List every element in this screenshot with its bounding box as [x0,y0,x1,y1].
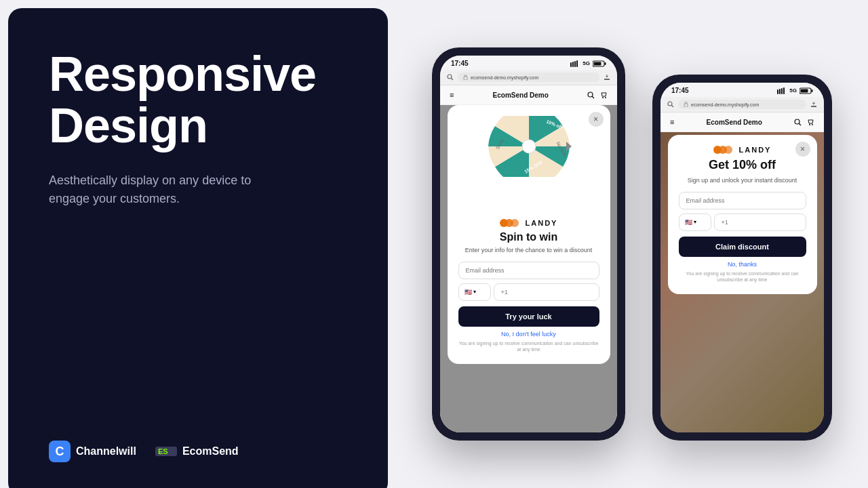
svg-text:ES: ES [158,447,168,455]
svg-line-14 [592,96,594,98]
svg-point-9 [448,75,452,79]
channelwill-name: Channelwill [76,445,136,458]
phone2-secondary-link[interactable]: No, thanks [679,261,806,268]
phone1-content: × [440,105,617,432]
phone1-modal-overlay: × [440,105,617,432]
svg-rect-7 [594,62,601,65]
phone2-nav: ≡ EcomSend Demo [660,113,824,132]
svg-point-16 [605,97,606,98]
svg-point-21 [522,140,536,153]
phone1-secondary-link[interactable]: No, I don't feel lucky [458,331,599,338]
channelwill-logo: C [49,441,71,462]
phone2-signal: 5G [789,87,797,94]
left-panel: Responsive Design Aesthetically display … [8,8,388,488]
phone1-signal: 5G [583,60,590,66]
svg-rect-12 [604,79,610,80]
phone2-email-input[interactable] [679,192,806,209]
svg-rect-3 [572,62,574,67]
phone2-url-bar: ecomsend-demo.myshopify.com [678,100,806,109]
phone2-url: ecomsend-demo.myshopify.com [691,102,759,107]
phone1-screen: 17:45 5G ecomsend-demo.myshopify.com [440,56,617,432]
spin-wheel-container: 10% off No luck 15% OFF Sorry [485,116,573,177]
ecomsend-name: EcomSend [182,445,239,458]
phone2-brand-name: LANDY [739,146,772,154]
svg-rect-4 [574,61,576,67]
headline-line1: Responsive [49,47,316,101]
ecomsend-logo: ES [155,444,177,459]
svg-rect-23 [777,89,778,94]
svg-line-10 [452,79,454,81]
svg-point-37 [812,124,813,125]
svg-rect-11 [464,77,467,80]
phone2-screen: 17:45 5G ecomsend-demo.myshopify.com [660,83,824,432]
svg-rect-32 [684,104,688,107]
subtitle: Aesthetically display on any device to e… [49,171,252,208]
right-panel: 17:45 5G ecomsend-demo.myshopify.com [396,0,868,488]
phone1-browser-bar: ecomsend-demo.myshopify.com [440,70,617,85]
svg-rect-24 [779,89,781,94]
phone2-legal-text: You are signing up to receive communicat… [679,270,806,284]
svg-rect-28 [801,89,808,92]
phone1-close-button[interactable]: × [589,112,604,127]
brands-row: C Channelwill ES EcomSend [49,441,347,462]
phone1-status-icons: 5G [570,60,606,67]
phone2-modal-offer: Get 10% off [679,158,806,172]
phone2-time: 17:45 [671,87,689,94]
svg-rect-33 [811,106,816,107]
phone2-status-bar: 17:45 5G [660,83,824,97]
phone2: 17:45 5G ecomsend-demo.myshopify.com [652,75,832,441]
phone1-flag-select[interactable]: 🇺🇸 ▾ [458,283,491,301]
phone2-browser-bar: ecomsend-demo.myshopify.com [660,97,824,113]
phone1-brand-name: LANDY [526,219,558,227]
phone1-wrapper: 17:45 5G ecomsend-demo.myshopify.com [432,47,625,441]
phone1-modal-title: Spin to win [458,231,599,243]
svg-point-13 [588,92,593,97]
nav-icons [587,92,608,99]
channelwill-brand: C Channelwill [49,441,136,462]
phone2-status-icons: 5G [777,87,813,94]
phone1: 17:45 5G ecomsend-demo.myshopify.com [432,47,625,441]
phone2-cta-button[interactable]: Claim discount [679,237,806,257]
phone2-modal-overlay: × LANDY Get 10% o [660,132,824,432]
phone1-legal-text: You are signing up to receive communicat… [458,340,599,354]
phone2-modal-card: × LANDY Get 10% o [668,135,817,294]
svg-line-31 [672,106,674,108]
phone2-landy-logo: LANDY [679,146,806,154]
phone2-phone-input[interactable] [714,214,806,231]
ecomsend-brand: ES EcomSend [155,444,239,459]
svg-rect-26 [783,87,785,94]
headline-block: Responsive Design Aesthetically display … [49,49,347,208]
svg-point-36 [809,124,810,125]
svg-rect-8 [605,62,606,65]
svg-rect-5 [576,60,578,67]
phone1-store-name: EcomSend Demo [493,92,549,99]
phone1-status-bar: 17:45 5G [440,56,617,70]
svg-rect-29 [812,89,813,92]
phone2-store-name: EcomSend Demo [707,119,762,126]
svg-rect-25 [781,88,783,94]
svg-line-35 [799,123,801,125]
headline: Responsive Design [49,49,347,151]
nav-icons-2 [794,119,814,126]
phone1-phone-row: 🇺🇸 ▾ [458,283,599,301]
phone1-phone-input[interactable] [494,283,599,301]
phone1-cta-button[interactable]: Try your luck [458,306,599,327]
phone2-close-button[interactable]: × [795,142,810,157]
svg-point-34 [795,119,800,124]
phone1-time: 17:45 [451,60,469,67]
phone1-modal-card: × [448,105,610,364]
landy-logo: LANDY [458,219,599,227]
phone2-wrapper: 17:45 5G ecomsend-demo.myshopify.com [652,47,832,441]
phone2-flag-select[interactable]: 🇺🇸 ▾ [679,214,711,231]
phone1-modal-subtitle: Enter your info for the chance to win a … [458,246,599,255]
hamburger-icon-2: ≡ [670,118,674,126]
hamburger-icon: ≡ [450,91,454,99]
svg-rect-2 [570,62,572,67]
phone1-url: ecomsend-demo.myshopify.com [471,75,538,80]
phone1-nav: ≡ EcomSend Demo [440,85,617,105]
svg-point-15 [602,97,604,98]
phone2-phone-row: 🇺🇸 ▾ [679,214,806,231]
svg-point-30 [668,102,672,106]
phone1-email-input[interactable] [458,262,599,279]
phone2-modal-subtitle: Sign up and unlock your instant discount [679,176,806,185]
